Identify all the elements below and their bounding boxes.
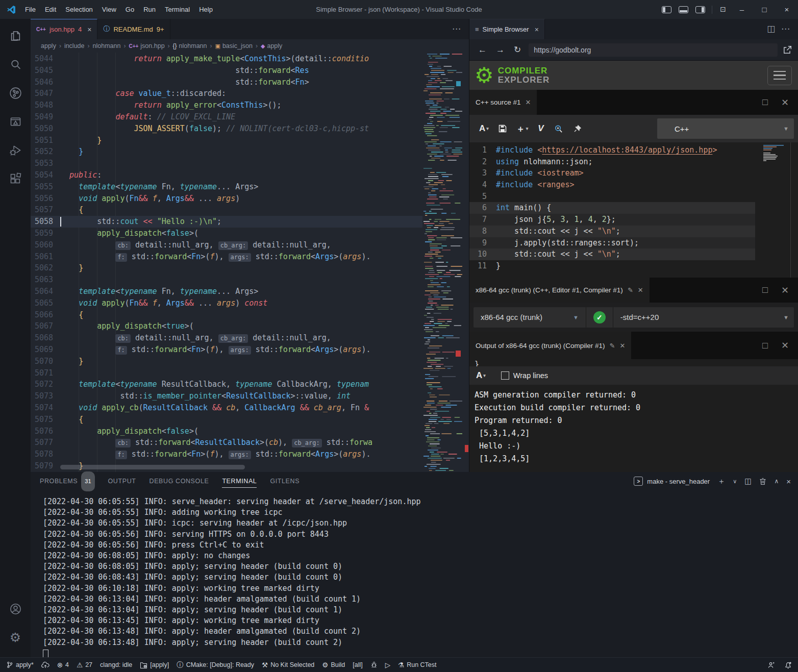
customize-layout-icon[interactable]: ⊡	[715, 0, 731, 19]
terminal-output[interactable]: [2022-04-30 06:05:55] INFO: serve_header…	[43, 496, 421, 660]
tab-json-hpp[interactable]: C++ json.hpp 4 ×	[31, 19, 97, 39]
maximize-button[interactable]: □	[753, 0, 776, 19]
close-pane-icon[interactable]: ✕	[620, 342, 626, 350]
close-window-button[interactable]: ×	[776, 0, 798, 19]
settings-gear-icon[interactable]: ⚙	[3, 626, 28, 649]
maximize-pane-icon[interactable]: □	[762, 97, 768, 108]
minimize-button[interactable]: –	[731, 0, 753, 19]
edit-title-icon[interactable]: ✎	[610, 342, 615, 350]
status-item[interactable]	[370, 661, 378, 668]
font-size-icon[interactable]: A▾	[479, 123, 489, 134]
close-tab-icon[interactable]: ×	[535, 26, 539, 34]
close-pane-icon[interactable]: ✕	[638, 286, 643, 294]
new-terminal-icon[interactable]: ＋	[717, 477, 725, 486]
font-size-icon[interactable]: A▾	[476, 370, 486, 381]
reload-icon[interactable]: ↻	[509, 44, 526, 55]
status-item[interactable]	[767, 661, 775, 668]
save-icon[interactable]	[498, 125, 507, 133]
language-select[interactable]: C++ ▼	[657, 118, 794, 139]
horizontal-scrollbar[interactable]	[60, 465, 245, 469]
forward-icon[interactable]: →	[491, 45, 509, 55]
source-pane-tab[interactable]: C++ source #1 ✕	[469, 90, 537, 115]
vim-mode-icon[interactable]: V	[538, 123, 543, 134]
split-terminal-icon[interactable]: ◫	[744, 477, 752, 486]
breadcrumb-item[interactable]: ▣basic_json	[215, 42, 253, 49]
chevron-down-icon[interactable]: ▼	[573, 314, 579, 320]
tab-readme-md[interactable]: ⓘ README.md 9+	[97, 19, 170, 39]
compiler-pane-tab[interactable]: x86-64 gcc (trunk) (C++, Editor #1, Comp…	[469, 278, 650, 303]
source-control-icon[interactable]	[3, 81, 28, 105]
account-icon[interactable]	[3, 597, 28, 620]
run-debug-icon[interactable]	[3, 138, 28, 162]
live-preview-icon[interactable]	[3, 110, 28, 133]
extensions-icon[interactable]	[3, 167, 28, 190]
maximize-pane-icon[interactable]: □	[762, 340, 768, 351]
output-pane-tab[interactable]: Output of x86-64 gcc (trunk) (Compiler #…	[469, 332, 631, 359]
status-item-build[interactable]: ⚙Build	[322, 661, 345, 669]
panel-tab-problems[interactable]: PROBLEMS31	[40, 472, 95, 490]
status-item-apply[interactable]: [apply]	[140, 661, 169, 668]
close-pane-icon[interactable]: ✕	[781, 340, 789, 351]
status-item-27[interactable]: ⚠27	[77, 661, 92, 669]
status-item-run-ctest[interactable]: ⚗Run CTest	[398, 661, 436, 669]
menu-selection[interactable]: Selection	[61, 0, 97, 19]
terminal-dropdown-icon[interactable]: ∨	[733, 478, 737, 485]
split-editor-icon[interactable]: ◫	[767, 19, 781, 39]
breadcrumb-item[interactable]: ◆apply	[261, 42, 282, 49]
toggle-sidebar-right-icon[interactable]	[695, 6, 705, 13]
toggle-sidebar-left-icon[interactable]	[662, 6, 671, 13]
editor-actions-more-icon[interactable]: ⋯	[452, 19, 469, 39]
search-icon[interactable]	[3, 53, 28, 76]
minimap[interactable]	[422, 53, 462, 472]
status-item-4[interactable]: ⊗4	[57, 661, 69, 669]
status-item[interactable]: ▷	[385, 661, 390, 669]
toggle-panel-icon[interactable]	[679, 6, 688, 13]
maximize-pane-icon[interactable]: □	[762, 285, 768, 295]
editor-actions-more-icon[interactable]: ⋯	[781, 19, 798, 39]
breadcrumb-item[interactable]: include	[64, 42, 85, 49]
breadcrumb-item[interactable]: apply	[41, 42, 56, 49]
menu-view[interactable]: View	[97, 0, 121, 19]
status-item[interactable]	[784, 661, 792, 669]
breadcrumb-item[interactable]: {}nlohmann	[173, 42, 207, 49]
status-item-all[interactable]: [all]	[353, 661, 362, 668]
panel-tab-debug-console[interactable]: DEBUG CONSOLE	[149, 472, 209, 490]
menu-file[interactable]: File	[20, 0, 40, 19]
close-panel-icon[interactable]: ×	[786, 477, 791, 486]
back-icon[interactable]: ←	[473, 45, 491, 55]
status-item-clangd-idle[interactable]: clangd: idle	[100, 661, 132, 668]
status-item-apply[interactable]: apply*	[6, 661, 34, 668]
ce-scrollbar[interactable]	[790, 142, 791, 278]
menu-terminal[interactable]: Terminal	[160, 0, 194, 19]
editor-scrollbar[interactable]	[462, 53, 469, 472]
zoom-search-icon[interactable]	[554, 124, 563, 134]
close-pane-icon[interactable]: ✕	[781, 97, 789, 108]
url-input[interactable]	[529, 43, 778, 57]
menu-go[interactable]: Go	[121, 0, 139, 19]
close-pane-icon[interactable]: ✕	[526, 98, 531, 106]
hamburger-menu-icon[interactable]	[767, 66, 792, 85]
compiler-options-input[interactable]: -std=c++20	[620, 313, 659, 321]
menu-edit[interactable]: Edit	[40, 0, 61, 19]
chevron-down-icon[interactable]: ▼	[783, 314, 789, 320]
wrap-lines-checkbox[interactable]	[501, 371, 509, 380]
ce-minimap[interactable]	[762, 144, 789, 189]
kill-terminal-icon[interactable]	[759, 478, 766, 485]
close-tab-icon[interactable]: ×	[87, 26, 91, 34]
status-item[interactable]	[41, 662, 49, 668]
panel-tab-gitlens[interactable]: GITLENS	[270, 472, 300, 490]
panel-tab-terminal[interactable]: TERMINAL	[222, 472, 257, 490]
close-pane-icon[interactable]: ✕	[781, 285, 789, 296]
breadcrumb-item[interactable]: C++json.hpp	[129, 42, 164, 49]
open-external-icon[interactable]	[783, 45, 792, 55]
explorer-icon[interactable]	[3, 24, 28, 47]
add-pane-icon[interactable]: ＋▾	[516, 123, 529, 135]
menu-run[interactable]: Run	[139, 0, 160, 19]
compiler-select[interactable]: x86-64 gcc (trunk)	[481, 313, 542, 321]
terminal-selector[interactable]: > make - serve_header	[634, 477, 710, 486]
edit-title-icon[interactable]: ✎	[628, 286, 633, 294]
pin-icon[interactable]	[573, 124, 582, 133]
code-editor[interactable]: 5044 return apply_make_tuple<ConstThis>(…	[31, 53, 469, 472]
status-item-no-kit-selected[interactable]: ⚒No Kit Selected	[262, 661, 314, 669]
ce-source-editor[interactable]: 1#include <https://localhost:8443/apply/…	[469, 142, 798, 278]
